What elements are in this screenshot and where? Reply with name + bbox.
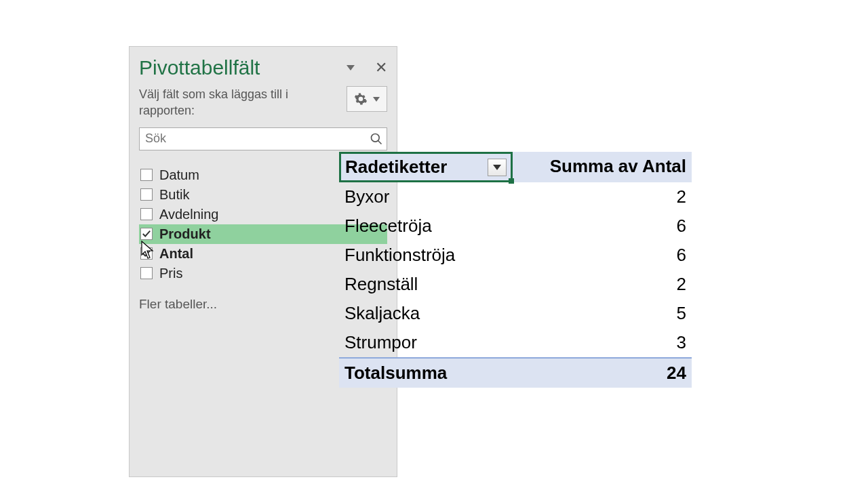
- field-label: Antal: [159, 246, 193, 262]
- search-box: [139, 127, 387, 150]
- search-icon: [370, 132, 383, 146]
- close-icon[interactable]: ✕: [375, 59, 387, 77]
- pivot-data-row: Fleecetröja6: [339, 211, 692, 241]
- svg-point-0: [372, 134, 380, 142]
- row-labels-header-cell[interactable]: Radetiketter: [339, 152, 513, 182]
- pivot-data-row: Skaljacka5: [339, 299, 692, 328]
- search-input[interactable]: [139, 127, 387, 150]
- field-label: Datum: [159, 167, 199, 183]
- total-value: 24: [513, 359, 692, 388]
- pivot-data-row: Strumpor3: [339, 328, 692, 357]
- checkbox[interactable]: [140, 267, 153, 279]
- checkbox[interactable]: [140, 188, 153, 201]
- checkbox[interactable]: [140, 247, 153, 260]
- pivot-row-label: Byxor: [339, 182, 513, 211]
- panel-subtitle: Välj fält som ska läggas till i rapporte…: [139, 86, 295, 119]
- pivot-row-label: Funktionströja: [339, 241, 513, 270]
- field-label: Butik: [159, 187, 189, 203]
- pivot-row-value: 2: [513, 182, 692, 211]
- pivot-row-value: 6: [513, 241, 692, 270]
- settings-button[interactable]: [347, 86, 387, 112]
- values-header-cell: Summa av Antal: [513, 152, 692, 182]
- panel-dropdown-icon[interactable]: [347, 65, 355, 70]
- panel-header: Pivottabellfält ✕: [139, 56, 387, 79]
- pivot-row-label: Regnställ: [339, 270, 513, 299]
- pivot-header-row: Radetiketter Summa av Antal: [339, 152, 692, 182]
- checkbox[interactable]: [140, 169, 153, 181]
- panel-subheader-row: Välj fält som ska läggas till i rapporte…: [139, 86, 387, 119]
- field-label: Produkt: [159, 226, 211, 242]
- svg-line-1: [378, 140, 382, 144]
- panel-title: Pivottabellfält: [139, 56, 260, 79]
- pivot-data-row: Regnställ2: [339, 270, 692, 299]
- chevron-down-icon: [373, 97, 380, 102]
- panel-header-controls: ✕: [347, 59, 387, 77]
- pivot-row-value: 3: [513, 328, 692, 357]
- field-label: Pris: [159, 266, 182, 281]
- pivot-data-row: Byxor2: [339, 182, 692, 211]
- pivot-table: Radetiketter Summa av Antal Byxor2Fleece…: [339, 152, 692, 388]
- gear-icon: [354, 92, 368, 106]
- pivot-data-row: Funktionströja6: [339, 241, 692, 270]
- pivot-row-value: 6: [513, 211, 692, 241]
- chevron-down-icon: [493, 165, 501, 170]
- pivot-row-value: 2: [513, 270, 692, 299]
- row-labels-header-text: Radetiketter: [345, 157, 447, 178]
- pivot-row-value: 5: [513, 299, 692, 328]
- total-label: Totalsumma: [339, 359, 513, 388]
- pivot-row-label: Strumpor: [339, 328, 513, 357]
- pivot-total-row: Totalsumma 24: [339, 357, 692, 388]
- checkbox[interactable]: [140, 208, 153, 220]
- pivot-row-label: Skaljacka: [339, 299, 513, 328]
- pivot-body: Byxor2Fleecetröja6Funktionströja6Regnstä…: [339, 182, 692, 357]
- pivot-row-label: Fleecetröja: [339, 211, 513, 241]
- selection-handle-icon[interactable]: [509, 178, 514, 184]
- checkbox[interactable]: [140, 228, 153, 240]
- filter-button[interactable]: [488, 159, 507, 176]
- field-label: Avdelning: [159, 207, 218, 222]
